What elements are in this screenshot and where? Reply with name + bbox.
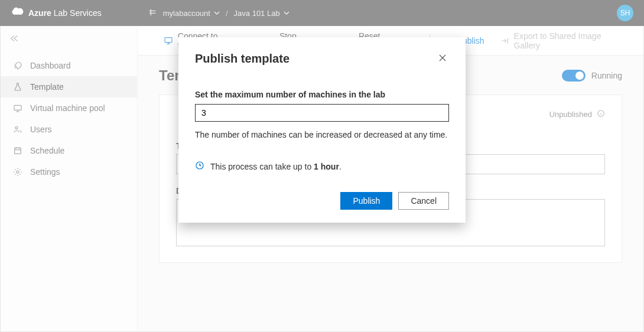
modal-overlay[interactable]: Publish template Set the maximum number … (0, 0, 644, 332)
clock-icon (195, 161, 204, 172)
close-button[interactable] (436, 51, 449, 66)
dialog-title: Publish template (195, 52, 290, 66)
dialog-info-text: This process can take up to 1 hour. (210, 162, 341, 171)
dialog-info: This process can take up to 1 hour. (195, 161, 449, 172)
machines-help: The number of machines can be increased … (195, 130, 449, 139)
publish-dialog: Publish template Set the maximum number … (178, 37, 466, 223)
cancel-button[interactable]: Cancel (398, 192, 449, 210)
close-icon (438, 54, 447, 62)
publish-button[interactable]: Publish (340, 192, 392, 210)
machines-input[interactable] (195, 104, 449, 122)
machines-field-label: Set the maximum number of machines in th… (195, 90, 449, 99)
